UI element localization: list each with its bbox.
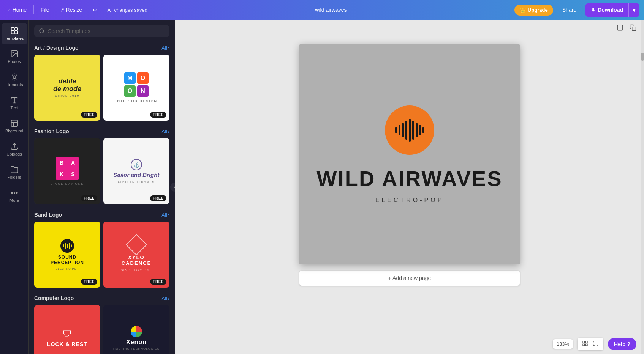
svg-point-5 (13, 52, 14, 53)
template-card-baks[interactable]: B A K S SINCE DAY ONE FREE (34, 138, 100, 204)
fashion-header: Fashion Logo All › (34, 128, 169, 134)
svg-rect-21 (585, 341, 587, 343)
upgrade-button[interactable]: 👑 Upgrade (514, 5, 553, 16)
template-card-moon[interactable]: M O O N INTERIOR DESIGN FREE (103, 55, 169, 121)
band-title: Band Logo (34, 212, 62, 218)
resize-icon: ⤢ (60, 7, 65, 13)
search-input[interactable] (48, 28, 165, 34)
moon-grid: M O O N (124, 72, 149, 97)
template-card-xenon[interactable]: Xenon HOSTING TECHNOLOGIES FREE (103, 305, 169, 354)
band-section: Band Logo All › (29, 208, 175, 291)
help-label: Help (614, 341, 625, 347)
free-badge-sound: FREE (81, 279, 97, 285)
sidebar-item-templates[interactable]: Templates (2, 23, 27, 44)
xenon-logo (131, 326, 142, 337)
undo-icon: ↩ (93, 7, 97, 13)
page-view-button[interactable] (615, 23, 625, 34)
canvas-scrollbar[interactable] (641, 20, 644, 354)
sidebar-item-text[interactable]: Text (2, 92, 27, 114)
file-label: File (41, 7, 49, 13)
sound-circle (60, 239, 74, 253)
template-card-sound[interactable]: SOUNDPERCEPTION ELECTRO POP FREE (34, 222, 100, 288)
canvas-logo-circle (385, 105, 434, 155)
add-page-button[interactable]: + Add a new page (299, 271, 520, 286)
sailor-sub: LIMITED ITEMS ★ (118, 180, 155, 183)
art-design-section: Art / Design Logo All › defilede mode SI… (29, 41, 175, 124)
sidebar-item-photos[interactable]: Photos (2, 46, 27, 68)
project-name: wild airwaves (315, 7, 347, 13)
uploads-icon (10, 142, 19, 151)
download-icon: ⬇ (591, 7, 595, 13)
computer-section: Computer Logo All › 🛡 LOCK & REST FREE (29, 291, 175, 354)
sidebar-item-elements[interactable]: Elements (2, 69, 27, 91)
help-button[interactable]: Help ? (608, 338, 636, 350)
free-badge-sailor: FREE (150, 195, 166, 201)
art-design-all[interactable]: All › (161, 45, 169, 51)
baks-since: SINCE DAY ONE (51, 182, 84, 186)
sidebar-item-uploads[interactable]: Uploads (2, 138, 27, 160)
lockrest-text: LOCK & REST (47, 341, 87, 347)
template-card-lockrest[interactable]: 🛡 LOCK & REST FREE (34, 305, 100, 354)
download-button[interactable]: ⬇ Download ▾ (585, 3, 639, 17)
defile-text: defilede mode (53, 78, 81, 93)
resize-button[interactable]: ⤢ Resize (56, 5, 86, 15)
band-all[interactable]: All › (161, 212, 169, 218)
file-button[interactable]: File (37, 5, 53, 15)
chevron-left-icon: ‹ (8, 7, 10, 13)
undo-button[interactable]: ↩ (89, 5, 101, 15)
chevron-right-icon-2: › (168, 129, 169, 134)
sidebar-item-background[interactable]: Bkground (2, 115, 27, 137)
sound-bars (63, 243, 72, 249)
xenon-sub: HOSTING TECHNOLOGIES (113, 347, 160, 351)
moon-cell-o2: O (124, 85, 136, 97)
svg-rect-18 (617, 25, 623, 30)
zoom-control[interactable]: 133% (553, 339, 573, 349)
free-badge-defile: FREE (81, 112, 97, 118)
canvas-scroll[interactable]: WILD AIRWAVES ELECTRO-POP + Add a new pa… (175, 37, 644, 354)
svg-rect-0 (11, 28, 14, 30)
search-input-wrap[interactable] (34, 25, 169, 37)
computer-header: Computer Logo All › (34, 295, 169, 301)
canvas-subtitle: ELECTRO-POP (375, 197, 444, 204)
saved-status: All changes saved (107, 7, 147, 13)
grid-view-button[interactable] (581, 340, 590, 348)
fullscreen-button[interactable] (591, 340, 600, 348)
share-label: Share (562, 7, 576, 13)
photos-label: Photos (8, 59, 21, 64)
cadence-name: XYLOCADENCE (122, 255, 151, 266)
art-design-grid: defilede mode SINCE 2019 FREE M O (34, 55, 169, 121)
resize-label: Resize (66, 7, 82, 13)
template-card-defile[interactable]: defilede mode SINCE 2019 FREE (34, 55, 100, 121)
computer-all[interactable]: All › (161, 296, 169, 301)
view-control (578, 338, 603, 350)
templates-label: Templates (5, 36, 24, 41)
svg-point-14 (14, 192, 15, 194)
more-label: More (9, 198, 19, 203)
canvas-toolbar (175, 20, 644, 37)
share-button[interactable]: Share (556, 4, 582, 16)
fashion-all[interactable]: All › (161, 129, 169, 134)
audio-wave (395, 119, 424, 142)
svg-point-13 (11, 192, 13, 194)
download-main[interactable]: ⬇ Download (585, 4, 628, 16)
cadence-diamond (126, 234, 147, 256)
computer-grid: 🛡 LOCK & REST FREE Xenon HOSTING TECHNOL… (34, 305, 169, 354)
fashion-section: Fashion Logo All › B A (29, 124, 175, 208)
sidebar-item-folders[interactable]: Folders (2, 162, 27, 183)
copy-page-button[interactable] (628, 23, 638, 34)
canvas-scrollbar-thumb[interactable] (641, 53, 644, 61)
more-icon (10, 189, 19, 197)
photos-icon (10, 50, 19, 58)
download-dropdown-arrow[interactable]: ▾ (628, 3, 639, 17)
template-card-cadence[interactable]: XYLOCADENCE SINCE DAY ONE FREE (103, 222, 169, 288)
upgrade-label: Upgrade (528, 7, 548, 13)
art-design-title: Art / Design Logo (34, 45, 79, 51)
fashion-title: Fashion Logo (34, 128, 69, 134)
svg-rect-22 (583, 344, 585, 346)
zoom-level: 133% (557, 341, 569, 347)
sidebar-item-more[interactable]: More (2, 185, 27, 206)
sound-sub: ELECTRO POP (56, 267, 79, 270)
svg-point-16 (40, 29, 44, 33)
home-button[interactable]: ‹ Home (5, 5, 30, 15)
template-card-sailor[interactable]: ⚓ Sailor and Bright LIMITED ITEMS ★ FREE (103, 138, 169, 204)
